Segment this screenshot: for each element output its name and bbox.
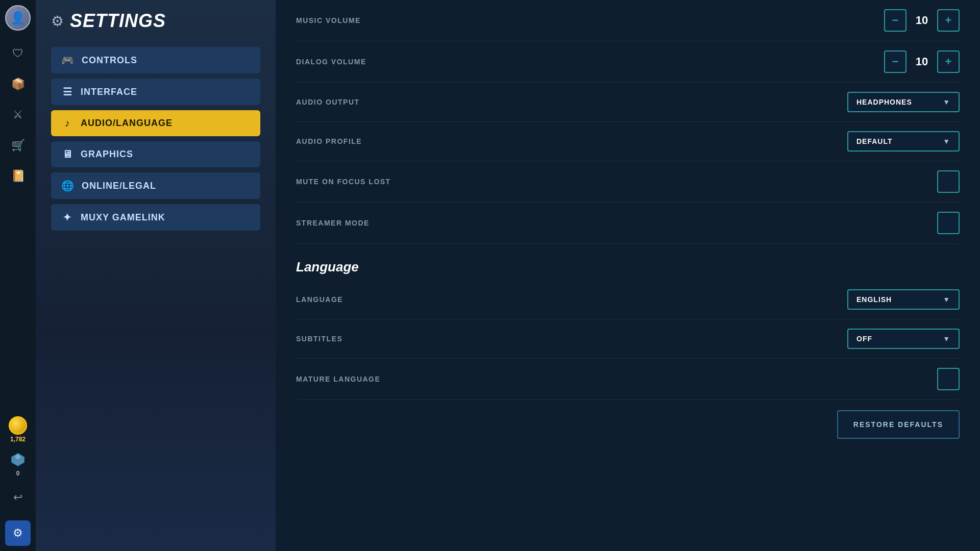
settings-heading: Settings xyxy=(70,10,166,32)
subtitles-arrow: ▼ xyxy=(943,335,950,343)
nav-label-audio: AUDIO/LANGUAGE xyxy=(81,118,173,129)
settings-title: ⚙ Settings xyxy=(51,10,260,32)
back-button[interactable]: ↩ xyxy=(5,485,31,510)
audio-profile-label: AUDIO PROFILE xyxy=(296,137,362,145)
nav-item-controls[interactable]: 🎮 CONTROLS xyxy=(51,47,260,73)
audio-output-arrow: ▼ xyxy=(943,98,950,106)
dialog-volume-label: DIALOG VOLUME xyxy=(296,58,366,66)
nav-item-audio[interactable]: ♪ AUDIO/LANGUAGE xyxy=(51,110,260,136)
dialog-volume-row: DIALOG VOLUME − 10 + xyxy=(296,41,960,83)
mute-focus-toggle[interactable] xyxy=(937,170,960,193)
content-panel: MUSIC VOLUME − 10 + DIALOG VOLUME − 10 +… xyxy=(276,0,980,551)
mute-focus-row: MUTE ON FOCUS LOST xyxy=(296,161,960,203)
restore-defaults-button[interactable]: RESTORE DEFAULTS xyxy=(837,410,960,439)
streamer-mode-label: STREAMER MODE xyxy=(296,219,370,227)
streamer-mode-toggle[interactable] xyxy=(937,212,960,234)
sidebar-item-settings[interactable]: ⚙ xyxy=(5,520,31,546)
music-volume-value: 10 xyxy=(906,14,937,27)
sidebar-item-book[interactable]: 📔 xyxy=(5,163,31,189)
audio-output-row: AUDIO OUTPUT HEADPHONES ▼ xyxy=(296,83,960,122)
music-volume-decrease[interactable]: − xyxy=(884,9,906,32)
audio-profile-value: DEFAULT xyxy=(856,137,893,145)
music-volume-label: MUSIC VOLUME xyxy=(296,16,361,24)
sidebar-item-cart[interactable]: 🛒 xyxy=(5,133,31,158)
mute-focus-label: MUTE ON FOCUS LOST xyxy=(296,178,391,186)
coin-amount: 1,782 xyxy=(10,436,26,443)
subtitles-row: SUBTITLES OFF ▼ xyxy=(296,319,960,359)
language-dropdown[interactable]: ENGLISH ▼ xyxy=(847,289,960,310)
dialog-volume-value: 10 xyxy=(906,55,937,68)
dialog-volume-increase[interactable]: + xyxy=(937,51,960,73)
language-label: LANGUAGE xyxy=(296,295,343,304)
muxy-icon: ✦ xyxy=(61,211,74,223)
graphics-icon: 🖥 xyxy=(61,148,74,160)
nav-label-muxy: MUXY GAMELINK xyxy=(81,212,165,223)
nav-item-online[interactable]: 🌐 ONLINE/LEGAL xyxy=(51,172,260,199)
mature-language-label: MATURE LANGUAGE xyxy=(296,375,380,383)
avatar[interactable]: 👤 xyxy=(5,5,31,31)
icon-sidebar: 👤 🛡 📦 ⚔ 🛒 📔 1,782 0 ↩ ⚙ xyxy=(0,0,36,551)
music-volume-control: − 10 + xyxy=(884,9,960,32)
nav-item-graphics[interactable]: 🖥 GRAPHICS xyxy=(51,141,260,167)
nav-menu: 🎮 CONTROLS ☰ INTERFACE ♪ AUDIO/LANGUAGE … xyxy=(51,47,260,231)
music-volume-increase[interactable]: + xyxy=(937,9,960,32)
mature-language-toggle[interactable] xyxy=(937,368,960,390)
language-arrow: ▼ xyxy=(943,295,950,304)
currency-gems: 0 xyxy=(9,450,27,477)
dialog-volume-decrease[interactable]: − xyxy=(884,51,906,73)
sidebar-item-cube[interactable]: 📦 xyxy=(5,71,31,97)
audio-output-dropdown[interactable]: HEADPHONES ▼ xyxy=(847,92,960,112)
nav-item-interface[interactable]: ☰ INTERFACE xyxy=(51,79,260,105)
nav-label-graphics: GRAPHICS xyxy=(81,149,133,160)
settings-gear-icon: ⚙ xyxy=(51,13,64,30)
content-inner: MUSIC VOLUME − 10 + DIALOG VOLUME − 10 +… xyxy=(276,0,980,551)
language-value: ENGLISH xyxy=(856,295,892,304)
language-section-header: Language xyxy=(296,244,960,280)
subtitles-dropdown[interactable]: OFF ▼ xyxy=(847,329,960,349)
coin-icon xyxy=(9,416,27,435)
restore-row: RESTORE DEFAULTS xyxy=(296,400,960,459)
audio-profile-arrow: ▼ xyxy=(943,137,950,145)
nav-label-interface: INTERFACE xyxy=(81,87,137,97)
audio-icon: ♪ xyxy=(61,117,74,129)
interface-icon: ☰ xyxy=(61,86,74,98)
mature-language-row: MATURE LANGUAGE xyxy=(296,359,960,400)
nav-item-muxy[interactable]: ✦ MUXY GAMELINK xyxy=(51,204,260,231)
subtitles-value: OFF xyxy=(856,335,872,343)
controls-icon: 🎮 xyxy=(61,54,75,66)
music-volume-row: MUSIC VOLUME − 10 + xyxy=(296,0,960,41)
online-icon: 🌐 xyxy=(61,180,75,192)
language-row: LANGUAGE ENGLISH ▼ xyxy=(296,280,960,319)
audio-output-label: AUDIO OUTPUT xyxy=(296,98,360,106)
gem-amount: 0 xyxy=(16,470,20,477)
audio-profile-dropdown[interactable]: DEFAULT ▼ xyxy=(847,131,960,152)
nav-label-controls: CONTROLS xyxy=(82,55,137,66)
gem-icon xyxy=(9,450,27,469)
dialog-volume-control: − 10 + xyxy=(884,51,960,73)
nav-label-online: ONLINE/LEGAL xyxy=(82,181,156,191)
sidebar-item-shield[interactable]: 🛡 xyxy=(5,41,31,66)
streamer-mode-row: STREAMER MODE xyxy=(296,203,960,244)
subtitles-label: SUBTITLES xyxy=(296,335,342,343)
audio-profile-row: AUDIO PROFILE DEFAULT ▼ xyxy=(296,122,960,161)
currency-coins: 1,782 xyxy=(9,416,27,443)
sidebar-item-sword[interactable]: ⚔ xyxy=(5,102,31,128)
audio-output-value: HEADPHONES xyxy=(856,98,912,106)
settings-panel: ⚙ Settings 🎮 CONTROLS ☰ INTERFACE ♪ AUDI… xyxy=(36,0,276,551)
